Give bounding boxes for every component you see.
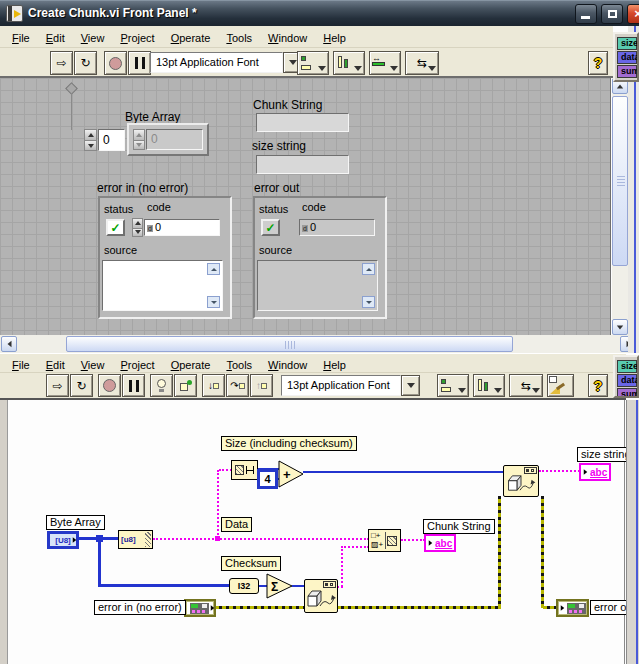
wire-chunk-string-out[interactable] [401,539,425,541]
size-string-terminal[interactable]: abc [579,463,611,481]
pause-button[interactable] [122,374,145,397]
scroll-up-button[interactable] [207,263,220,275]
horizontal-scrollbar[interactable] [0,335,639,353]
distribute-objects-button[interactable] [473,374,505,397]
run-continuous-button[interactable]: ↻ [74,51,97,75]
byte-array-index-field[interactable]: 0 [98,129,125,151]
run-button[interactable]: ⇨ [46,374,69,397]
close-button[interactable]: × [627,4,639,24]
menu-item-tools[interactable]: Tools [218,28,260,49]
font-selector[interactable]: 13pt Application Font [150,52,283,73]
wire-to-i32[interactable] [98,584,230,587]
error-out-source-field[interactable] [257,260,378,311]
error-in-status-led[interactable]: ✓ [106,219,125,236]
byte-array-index-stepper[interactable] [84,129,97,151]
to-i32-node[interactable]: I32 [229,578,259,594]
menu-item-project[interactable]: Project [112,28,162,49]
help-button[interactable]: ? [588,374,608,397]
chunk-string-terminal[interactable]: abc [424,534,456,552]
byte-array-terminal-label[interactable]: Byte Array [46,515,105,530]
wire-flatten-out-vertical[interactable] [341,546,343,587]
error-out-label: error out [254,181,299,195]
add-node[interactable]: + [278,460,304,488]
vertical-scrollbar-thumb[interactable] [612,96,628,266]
abort-button[interactable] [104,51,127,75]
font-selector[interactable]: 13pt Application Font [281,375,401,396]
font-selector-arrow[interactable] [401,375,420,396]
numeric-constant-4[interactable]: 4 [257,469,278,489]
minimize-button[interactable] [575,4,597,24]
reorder-button[interactable]: ⇆ [405,51,439,75]
byte-array-element-stepper[interactable] [133,129,145,150]
scroll-down-button[interactable] [612,319,628,335]
error-in-terminal-label[interactable]: error in (no error) [94,600,186,615]
error-out-code-label: code [302,201,326,213]
run-continuous-button[interactable]: ↻ [70,374,93,397]
distribute-objects-button[interactable] [333,51,365,75]
checksum-wire-label[interactable]: Checksum [221,556,281,571]
add-array-elements-node[interactable]: Σ [266,573,293,599]
highlight-execution-button[interactable] [150,374,173,397]
retain-wire-values-button[interactable] [174,374,197,397]
scroll-up-button[interactable] [362,263,375,275]
wire-to-concat-lower[interactable] [341,546,369,548]
wire-byte-array-branch[interactable] [98,537,101,587]
size-string-indicator[interactable] [256,155,349,174]
run-button[interactable]: ⇨ [50,51,73,75]
scroll-left-button[interactable] [1,336,17,352]
chunk-string-indicator[interactable] [256,113,349,132]
wire-add-to-flatten[interactable] [303,471,503,473]
reorder-button[interactable]: ⇆ [509,374,543,397]
error-out-terminal[interactable] [556,599,589,617]
help-button[interactable]: ? [588,51,608,75]
chunk-string-terminal-label[interactable]: Chunk String [423,519,495,534]
size-checksum-wire-label[interactable]: Size (including checksum) [221,436,357,451]
menu-item-file[interactable]: File [4,28,38,49]
vertical-scrollbar[interactable] [612,78,628,335]
byte-array-terminal[interactable]: [U8] [47,531,79,549]
clean-up-diagram-button[interactable] [547,374,574,397]
wire-error-2[interactable] [337,606,501,609]
error-out-status-led[interactable]: ✓ [261,219,280,236]
concatenate-strings-node[interactable]: □+ ▨+ [368,529,401,552]
menu-item-help[interactable]: Help [315,28,354,49]
error-in-code-stepper[interactable] [132,218,143,237]
flatten-to-string-node[interactable] [304,579,338,613]
align-objects-button[interactable] [437,374,469,397]
error-in-source-field[interactable] [102,260,223,311]
error-in-terminal[interactable] [184,599,216,617]
abort-button[interactable] [98,374,121,397]
menu-item-edit[interactable]: Edit [38,28,73,49]
wire-error-3[interactable] [543,606,557,609]
wire-error-down[interactable] [541,496,544,608]
wire-sum-to-flatten[interactable] [292,585,304,587]
align-objects-button[interactable] [297,51,329,75]
menu-item-operate[interactable]: Operate [163,28,219,49]
wire-data-branch-vertical[interactable] [217,470,219,539]
pause-button[interactable] [128,51,151,75]
resize-objects-button[interactable]: ↔ [369,51,401,75]
wire-error-1[interactable] [215,606,305,609]
peek-field-sum: sum [617,65,637,78]
error-out-code-field[interactable]: d0 [299,219,375,236]
scroll-down-button[interactable] [207,296,220,308]
wire-size-string-out[interactable] [539,470,580,472]
byte-array-element-field[interactable]: 0 [146,129,203,150]
flatten-icon [305,587,337,611]
horizontal-scrollbar-thumb[interactable] [66,336,513,352]
data-wire-label[interactable]: Data [221,517,252,532]
step-into-button[interactable]: ↓ [202,374,225,397]
front-panel-titlebar[interactable]: Create Chunk.vi Front Panel * × [0,0,639,26]
flatten-to-string-node[interactable] [503,465,539,497]
menu-item-window[interactable]: Window [260,28,315,49]
menu-item-view[interactable]: View [73,28,113,49]
wire-error-up[interactable] [498,496,501,608]
string-length-node[interactable] [231,460,258,480]
step-out-button[interactable]: ↑ [250,374,273,397]
scroll-down-button[interactable] [362,296,375,308]
error-in-code-field[interactable]: d0 [144,219,220,236]
byte-array-to-string-node[interactable]: [u8] [118,530,153,549]
wire-data-string[interactable] [153,538,369,540]
maximize-button[interactable] [601,4,623,24]
step-over-button[interactable]: ↷ [226,374,249,397]
